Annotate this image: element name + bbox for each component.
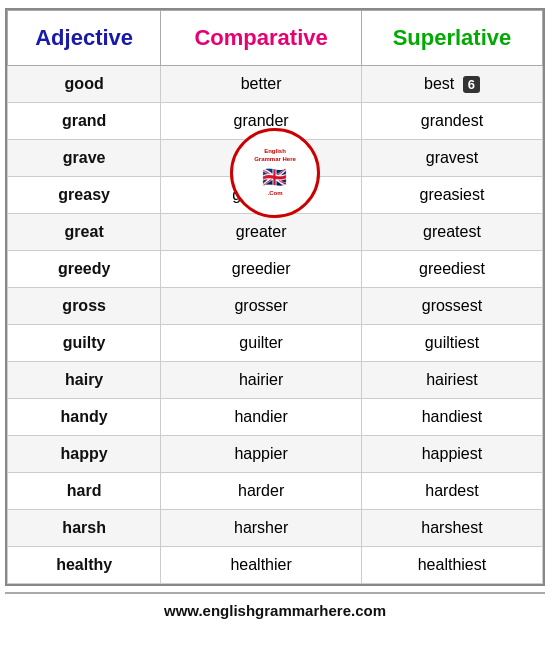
superlative-header: Superlative [361, 11, 542, 66]
superlative-cell: happiest [361, 436, 542, 473]
table-row: healthyhealthierhealthiest [8, 547, 543, 584]
comparative-cell: grosser [161, 288, 362, 325]
table-row: hairyhairierhairiest [8, 362, 543, 399]
superlative-cell: hardest [361, 473, 542, 510]
comparative-cell: greedier [161, 251, 362, 288]
comparative-cell: healthier [161, 547, 362, 584]
adjective-cell: grand [8, 103, 161, 140]
superlative-cell: greatest [361, 214, 542, 251]
adjective-cell: gross [8, 288, 161, 325]
comparative-cell: harsher [161, 510, 362, 547]
comparative-cell: hairier [161, 362, 362, 399]
comparative-cell: better [161, 66, 362, 103]
table-row: guiltyguilterguiltiest [8, 325, 543, 362]
adjective-cell: hard [8, 473, 161, 510]
superlative-cell: greediest [361, 251, 542, 288]
table-row: hardharderhardest [8, 473, 543, 510]
adjective-cell: great [8, 214, 161, 251]
superlative-cell: harshest [361, 510, 542, 547]
adjective-cell: grave [8, 140, 161, 177]
table-row: happyhappierhappiest [8, 436, 543, 473]
table-row: harshharsherharshest [8, 510, 543, 547]
adjective-header: Adjective [8, 11, 161, 66]
superlative-cell: gravest [361, 140, 542, 177]
comparative-cell: handier [161, 399, 362, 436]
adjective-cell: happy [8, 436, 161, 473]
superlative-cell: hairiest [361, 362, 542, 399]
adjective-cell: good [8, 66, 161, 103]
table-row: goodbetterbest 6 [8, 66, 543, 103]
comparative-cell: greater [161, 214, 362, 251]
adjective-cell: hairy [8, 362, 161, 399]
adjective-cell: healthy [8, 547, 161, 584]
adjectives-table: Adjective Comparative Superlative goodbe… [7, 10, 543, 584]
superlative-cell: healthiest [361, 547, 542, 584]
main-table-wrapper: EnglishGrammar Here 🇬🇧 .Com Adjective Co… [5, 8, 545, 586]
comparative-cell: happier [161, 436, 362, 473]
adjective-cell: handy [8, 399, 161, 436]
watermark-badge: EnglishGrammar Here 🇬🇧 .Com [230, 128, 320, 218]
watermark-text: EnglishGrammar Here 🇬🇧 .Com [252, 146, 298, 199]
superlative-cell: handiest [361, 399, 542, 436]
superlative-cell: best 6 [361, 66, 542, 103]
table-row: handyhandierhandiest [8, 399, 543, 436]
adjective-cell: greedy [8, 251, 161, 288]
superlative-cell: grossest [361, 288, 542, 325]
adjective-cell: guilty [8, 325, 161, 362]
adjective-cell: greasy [8, 177, 161, 214]
comparative-header: Comparative [161, 11, 362, 66]
adjective-cell: harsh [8, 510, 161, 547]
superlative-cell: guiltiest [361, 325, 542, 362]
table-row: greedygreediergreediest [8, 251, 543, 288]
superlative-cell: greasiest [361, 177, 542, 214]
table-row: greatgreatergreatest [8, 214, 543, 251]
page-badge: 6 [463, 76, 480, 93]
table-header-row: Adjective Comparative Superlative [8, 11, 543, 66]
footer-url: www.englishgrammarhere.com [5, 592, 545, 623]
comparative-cell: harder [161, 473, 362, 510]
table-row: grossgrossergrossest [8, 288, 543, 325]
superlative-cell: grandest [361, 103, 542, 140]
comparative-cell: guilter [161, 325, 362, 362]
